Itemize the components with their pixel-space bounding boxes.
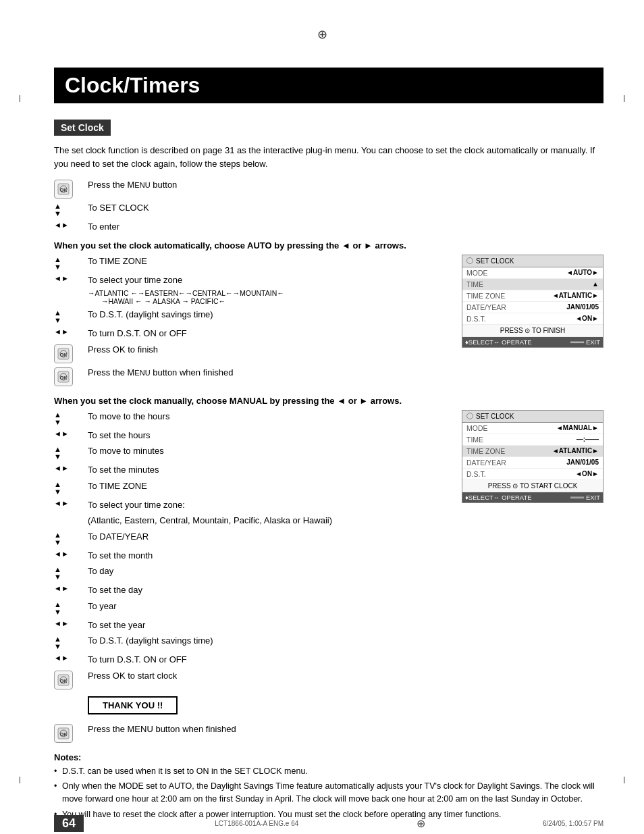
lr-m7: ◄► [54, 653, 88, 662]
chapter-title: Clock/Timers [54, 68, 603, 103]
lr-m1: ◄► [54, 429, 88, 438]
left-border-mark-bottom: | [19, 776, 21, 783]
up-down-arrow-icon-1: ▲ ▼ [54, 201, 88, 217]
manual-menu-display: SET CLOCK MODE ◄MANUAL► TIME —:—— TIME Z… [462, 410, 603, 510]
auto-step-2: ◄► To select your time zone [54, 273, 448, 287]
auto-text-1: To TIME ZONE [88, 255, 448, 268]
auto-section: ▲▼ To TIME ZONE ◄► To select your time z… [54, 255, 603, 389]
ud-m2: ▲▼ [54, 444, 88, 461]
manual-section: ▲▼ To move to the hours ◄► To set the ho… [54, 410, 603, 692]
svg-text:OK: OK [60, 353, 68, 357]
right-border-mark-bottom: | [623, 776, 625, 783]
instruction-row-menu: OK Press the MENU button [54, 178, 603, 199]
manual-menu-bottom: ♦SELECT↔ OPERATE ═══ EXIT [462, 492, 603, 502]
notes-section: Notes: D.S.T. can be used when it is set… [54, 752, 603, 821]
manual-instructions: ▲▼ To move to the hours ◄► To set the ho… [54, 410, 448, 692]
lr-arrow-3: ◄► [54, 327, 88, 336]
manual-press-bar: PRESS ⊙ TO START CLOCK [462, 480, 603, 492]
right-border-mark-top: | [623, 95, 625, 102]
ud-m4: ▲▼ [54, 530, 88, 546]
ud-m7: ▲▼ [54, 634, 88, 650]
menu-icon-2: OK [54, 366, 88, 386]
ud-arrow-3: ▲▼ [54, 308, 88, 324]
menu-circle-icon [466, 257, 473, 264]
menu-button-icon-1: OK [54, 178, 88, 199]
lr-m6: ◄► [54, 619, 88, 627]
footer: 64 LCT1866-001A-A ENG.e 64 ⊕ 6/24/05, 1:… [0, 815, 644, 832]
footer-right-text: 6/24/05, 1:00:57 PM [543, 820, 603, 827]
intro-text: The set clock function is described on p… [54, 144, 603, 170]
menu-dateyear-row: DATE/YEAR JAN/01/05 [462, 302, 603, 313]
menu-circle-icon-2 [466, 413, 473, 419]
bottom-crosshair: ⊕ [417, 817, 425, 830]
section-header: Set Clock [54, 120, 111, 136]
notes-title: Notes: [54, 752, 603, 762]
auto-menu-bottom: ♦SELECT↔ OPERATE ═══ EXIT [462, 337, 603, 347]
lr-m3: ◄► [54, 498, 88, 507]
set-clock-instruction: To SET CLOCK [88, 201, 603, 215]
auto-heading: When you set the clock automatically, ch… [54, 240, 603, 251]
menu-dst-row: D.S.T. ◄ON► [462, 313, 603, 325]
auto-menu-display: SET CLOCK MODE ◄AUTO► TIME ▲ TIME ZONE ◄… [462, 255, 603, 355]
timezone-diagram: →ATLANTIC ←→EASTERN←→CENTRAL←→MOUNTAIN← … [88, 289, 448, 305]
lr-m5: ◄► [54, 583, 88, 592]
svg-text:OK: OK [60, 375, 68, 380]
final-step-row: OK Press the MENU button when finished [54, 723, 603, 743]
lr-arrow-icon-1: ◄► [54, 220, 88, 229]
auto-text-5: Press OK to finish [88, 343, 448, 357]
lr-m4: ◄► [54, 549, 88, 558]
page-container: ⊕ | | | | Clock/Timers Set Clock The set… [0, 0, 644, 834]
footer-left-text: LCT1866-001A-A ENG.e 64 [215, 820, 298, 827]
ud-m6: ▲▼ [54, 600, 88, 616]
svg-text:OK: OK [60, 188, 68, 192]
ok-icon-1: OK [54, 343, 88, 363]
auto-step-5: OK Press OK to finish [54, 343, 448, 363]
ud-arrow-2: ▲▼ [54, 255, 88, 271]
auto-step-1: ▲▼ To TIME ZONE [54, 255, 448, 271]
auto-tv-menu: SET CLOCK MODE ◄AUTO► TIME ▲ TIME ZONE ◄… [462, 255, 603, 348]
auto-step-4: ◄► To turn D.S.T. ON or OFF [54, 327, 448, 340]
page-number-box: 64 [54, 815, 84, 832]
note-2: Only when the MODE set to AUTO, the Dayl… [54, 780, 603, 806]
ud-m1: ▲▼ [54, 410, 88, 426]
auto-press-bar: PRESS ⊙ TO FINISH [462, 325, 603, 337]
left-border-mark-top: | [19, 95, 21, 102]
auto-text-4: To turn D.S.T. ON or OFF [88, 327, 448, 340]
auto-text-3: To D.S.T. (daylight savings time) [88, 308, 448, 321]
thank-you-box: THANK YOU !! [88, 696, 178, 714]
menu-timezone-row: TIME ZONE ◄ATLANTIC► [462, 290, 603, 302]
menu-instruction-1: Press the MENU button [88, 178, 603, 192]
note-1: D.S.T. can be used when it is set to ON … [54, 765, 603, 778]
ok-icon-2: OK [54, 669, 88, 689]
final-step-text: Press the MENU button when finished [88, 723, 603, 736]
auto-text-6: Press the MENU button when finished [88, 366, 448, 380]
ud-m3: ▲▼ [54, 479, 88, 496]
ud-m5: ▲▼ [54, 565, 88, 581]
lr-arrow-2: ◄► [54, 273, 88, 282]
tz-line-1: →ATLANTIC ←→EASTERN←→CENTRAL←→MOUNTAIN← [88, 289, 284, 297]
auto-step-6: OK Press the MENU button when finished [54, 366, 448, 386]
svg-text:OK: OK [60, 732, 68, 737]
tz-line-2: →HAWAII ← → ALASKA → PACIFIC← [101, 297, 225, 305]
manual-menu-title: SET CLOCK [476, 413, 514, 420]
menu-mode-row: MODE ◄AUTO► [462, 267, 603, 279]
menu-time-row: TIME ▲ [462, 279, 603, 290]
enter-instruction: To enter [88, 220, 603, 234]
auto-text-2: To select your time zone [88, 273, 448, 287]
auto-menu-title: SET CLOCK [476, 257, 514, 265]
lr-m2: ◄► [54, 463, 88, 472]
manual-tv-menu: SET CLOCK MODE ◄MANUAL► TIME —:—— TIME Z… [462, 410, 603, 503]
auto-instructions: ▲▼ To TIME ZONE ◄► To select your time z… [54, 255, 448, 389]
manual-heading: When you set the clock manually, choose … [54, 396, 603, 406]
top-crosshair: ⊕ [317, 27, 327, 42]
auto-step-3: ▲▼ To D.S.T. (daylight savings time) [54, 308, 448, 324]
menu-icon-final: OK [54, 723, 88, 743]
svg-text:OK: OK [60, 679, 68, 683]
instruction-row-enter: ◄► To enter [54, 220, 603, 234]
instruction-row-setclock: ▲ ▼ To SET CLOCK [54, 201, 603, 217]
